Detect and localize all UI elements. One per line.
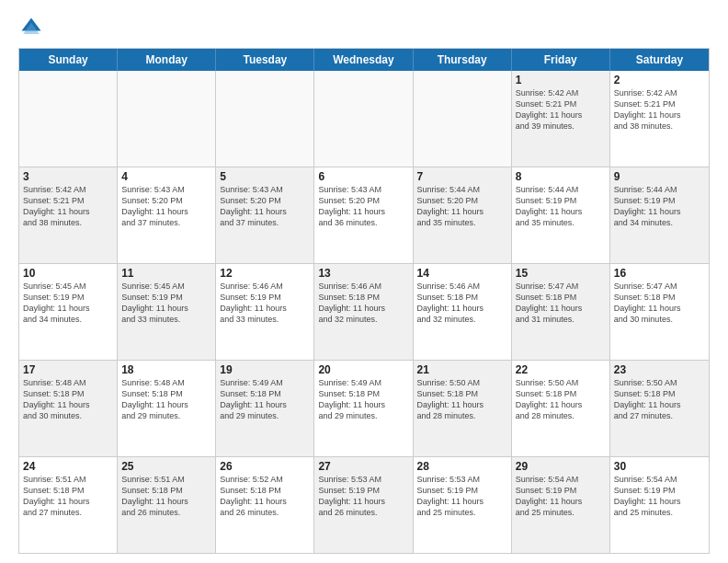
cell-info-18: Sunrise: 5:48 AM Sunset: 5:18 PM Dayligh… (121, 377, 211, 422)
calendar-cell-day-17: 17Sunrise: 5:48 AM Sunset: 5:18 PM Dayli… (19, 361, 118, 456)
day-number-20: 20 (318, 363, 408, 376)
logo-icon (18, 15, 44, 40)
calendar-cell-day-2: 2Sunrise: 5:42 AM Sunset: 5:21 PM Daylig… (610, 71, 709, 167)
day-number-30: 30 (614, 460, 705, 473)
page: SundayMondayTuesdayWednesdayThursdayFrid… (0, 0, 728, 563)
calendar-cell-day-4: 4Sunrise: 5:43 AM Sunset: 5:20 PM Daylig… (118, 167, 216, 263)
calendar-cell-day-15: 15Sunrise: 5:47 AM Sunset: 5:18 PM Dayli… (512, 264, 610, 360)
day-number-9: 9 (614, 170, 705, 183)
calendar-cell-empty-0-3 (314, 71, 413, 167)
day-number-6: 6 (318, 170, 408, 183)
calendar-cell-day-13: 13Sunrise: 5:46 AM Sunset: 5:18 PM Dayli… (314, 264, 413, 360)
cell-info-23: Sunrise: 5:50 AM Sunset: 5:18 PM Dayligh… (614, 377, 705, 422)
day-number-24: 24 (23, 460, 113, 473)
calendar-cell-day-7: 7Sunrise: 5:44 AM Sunset: 5:20 PM Daylig… (414, 167, 512, 263)
day-number-23: 23 (614, 363, 705, 376)
calendar-row-1: 3Sunrise: 5:42 AM Sunset: 5:21 PM Daylig… (19, 167, 709, 263)
cell-info-7: Sunrise: 5:44 AM Sunset: 5:20 PM Dayligh… (417, 184, 507, 229)
day-number-5: 5 (220, 170, 310, 183)
calendar-cell-day-24: 24Sunrise: 5:51 AM Sunset: 5:18 PM Dayli… (19, 457, 118, 553)
calendar-cell-day-3: 3Sunrise: 5:42 AM Sunset: 5:21 PM Daylig… (19, 167, 118, 263)
cell-info-26: Sunrise: 5:52 AM Sunset: 5:18 PM Dayligh… (220, 474, 310, 519)
cell-info-12: Sunrise: 5:46 AM Sunset: 5:19 PM Dayligh… (220, 281, 310, 326)
day-number-22: 22 (516, 363, 606, 376)
day-number-3: 3 (23, 170, 113, 183)
calendar-cell-day-11: 11Sunrise: 5:45 AM Sunset: 5:19 PM Dayli… (118, 264, 216, 360)
weekday-header-friday: Friday (512, 49, 610, 71)
cell-info-6: Sunrise: 5:43 AM Sunset: 5:20 PM Dayligh… (318, 184, 408, 229)
day-number-10: 10 (23, 267, 113, 280)
calendar-cell-day-16: 16Sunrise: 5:47 AM Sunset: 5:18 PM Dayli… (610, 264, 709, 360)
cell-info-20: Sunrise: 5:49 AM Sunset: 5:18 PM Dayligh… (318, 377, 408, 422)
cell-info-22: Sunrise: 5:50 AM Sunset: 5:18 PM Dayligh… (516, 377, 606, 422)
cell-info-21: Sunrise: 5:50 AM Sunset: 5:18 PM Dayligh… (417, 377, 507, 422)
day-number-25: 25 (121, 460, 211, 473)
day-number-11: 11 (121, 267, 211, 280)
day-number-13: 13 (318, 267, 408, 280)
day-number-15: 15 (516, 267, 606, 280)
calendar-cell-day-1: 1Sunrise: 5:42 AM Sunset: 5:21 PM Daylig… (512, 71, 610, 167)
day-number-7: 7 (417, 170, 507, 183)
cell-info-28: Sunrise: 5:53 AM Sunset: 5:19 PM Dayligh… (417, 474, 507, 519)
day-number-26: 26 (220, 460, 310, 473)
weekday-header-saturday: Saturday (610, 49, 709, 71)
calendar-cell-day-9: 9Sunrise: 5:44 AM Sunset: 5:19 PM Daylig… (610, 167, 709, 263)
day-number-2: 2 (614, 74, 705, 86)
day-number-27: 27 (318, 460, 408, 473)
logo (18, 15, 48, 40)
cell-info-14: Sunrise: 5:46 AM Sunset: 5:18 PM Dayligh… (417, 281, 507, 326)
calendar-cell-day-14: 14Sunrise: 5:46 AM Sunset: 5:18 PM Dayli… (414, 264, 512, 360)
calendar-cell-day-25: 25Sunrise: 5:51 AM Sunset: 5:18 PM Dayli… (118, 457, 216, 553)
day-number-16: 16 (614, 267, 705, 280)
day-number-29: 29 (516, 460, 606, 473)
cell-info-4: Sunrise: 5:43 AM Sunset: 5:20 PM Dayligh… (121, 184, 211, 229)
weekday-header-tuesday: Tuesday (216, 49, 314, 71)
calendar-cell-empty-0-2 (216, 71, 314, 167)
cell-info-25: Sunrise: 5:51 AM Sunset: 5:18 PM Dayligh… (121, 474, 211, 519)
cell-info-1: Sunrise: 5:42 AM Sunset: 5:21 PM Dayligh… (516, 87, 606, 132)
calendar-cell-day-18: 18Sunrise: 5:48 AM Sunset: 5:18 PM Dayli… (118, 361, 216, 456)
cell-info-27: Sunrise: 5:53 AM Sunset: 5:19 PM Dayligh… (318, 474, 408, 519)
calendar-cell-day-27: 27Sunrise: 5:53 AM Sunset: 5:19 PM Dayli… (314, 457, 413, 553)
calendar-cell-day-6: 6Sunrise: 5:43 AM Sunset: 5:20 PM Daylig… (314, 167, 413, 263)
calendar-body: 1Sunrise: 5:42 AM Sunset: 5:21 PM Daylig… (19, 71, 709, 553)
cell-info-11: Sunrise: 5:45 AM Sunset: 5:19 PM Dayligh… (121, 281, 211, 326)
cell-info-24: Sunrise: 5:51 AM Sunset: 5:18 PM Dayligh… (23, 474, 113, 519)
calendar-cell-day-29: 29Sunrise: 5:54 AM Sunset: 5:19 PM Dayli… (512, 457, 610, 553)
calendar-cell-day-21: 21Sunrise: 5:50 AM Sunset: 5:18 PM Dayli… (414, 361, 512, 456)
day-number-8: 8 (516, 170, 606, 183)
calendar-cell-day-30: 30Sunrise: 5:54 AM Sunset: 5:19 PM Dayli… (610, 457, 709, 553)
calendar-cell-day-8: 8Sunrise: 5:44 AM Sunset: 5:19 PM Daylig… (512, 167, 610, 263)
cell-info-8: Sunrise: 5:44 AM Sunset: 5:19 PM Dayligh… (516, 184, 606, 229)
calendar-row-0: 1Sunrise: 5:42 AM Sunset: 5:21 PM Daylig… (19, 71, 709, 167)
cell-info-2: Sunrise: 5:42 AM Sunset: 5:21 PM Dayligh… (614, 87, 705, 132)
cell-info-29: Sunrise: 5:54 AM Sunset: 5:19 PM Dayligh… (516, 474, 606, 519)
cell-info-19: Sunrise: 5:49 AM Sunset: 5:18 PM Dayligh… (220, 377, 310, 422)
cell-info-30: Sunrise: 5:54 AM Sunset: 5:19 PM Dayligh… (614, 474, 705, 519)
cell-info-5: Sunrise: 5:43 AM Sunset: 5:20 PM Dayligh… (220, 184, 310, 229)
calendar-cell-empty-0-4 (414, 71, 512, 167)
weekday-header-thursday: Thursday (414, 49, 512, 71)
weekday-header-monday: Monday (118, 49, 216, 71)
day-number-12: 12 (220, 267, 310, 280)
weekday-header-sunday: Sunday (19, 49, 118, 71)
calendar-row-2: 10Sunrise: 5:45 AM Sunset: 5:19 PM Dayli… (19, 263, 709, 360)
day-number-21: 21 (417, 363, 507, 376)
calendar-cell-day-10: 10Sunrise: 5:45 AM Sunset: 5:19 PM Dayli… (19, 264, 118, 360)
calendar-cell-day-23: 23Sunrise: 5:50 AM Sunset: 5:18 PM Dayli… (610, 361, 709, 456)
calendar: SundayMondayTuesdayWednesdayThursdayFrid… (18, 48, 710, 554)
cell-info-16: Sunrise: 5:47 AM Sunset: 5:18 PM Dayligh… (614, 281, 705, 326)
calendar-cell-day-5: 5Sunrise: 5:43 AM Sunset: 5:20 PM Daylig… (216, 167, 314, 263)
calendar-cell-day-20: 20Sunrise: 5:49 AM Sunset: 5:18 PM Dayli… (314, 361, 413, 456)
calendar-header: SundayMondayTuesdayWednesdayThursdayFrid… (19, 49, 709, 71)
day-number-18: 18 (121, 363, 211, 376)
calendar-row-4: 24Sunrise: 5:51 AM Sunset: 5:18 PM Dayli… (19, 456, 709, 553)
weekday-header-wednesday: Wednesday (314, 49, 413, 71)
calendar-cell-day-12: 12Sunrise: 5:46 AM Sunset: 5:19 PM Dayli… (216, 264, 314, 360)
day-number-4: 4 (121, 170, 211, 183)
calendar-cell-day-28: 28Sunrise: 5:53 AM Sunset: 5:19 PM Dayli… (414, 457, 512, 553)
calendar-cell-day-19: 19Sunrise: 5:49 AM Sunset: 5:18 PM Dayli… (216, 361, 314, 456)
day-number-17: 17 (23, 363, 113, 376)
cell-info-17: Sunrise: 5:48 AM Sunset: 5:18 PM Dayligh… (23, 377, 113, 422)
calendar-cell-day-22: 22Sunrise: 5:50 AM Sunset: 5:18 PM Dayli… (512, 361, 610, 456)
